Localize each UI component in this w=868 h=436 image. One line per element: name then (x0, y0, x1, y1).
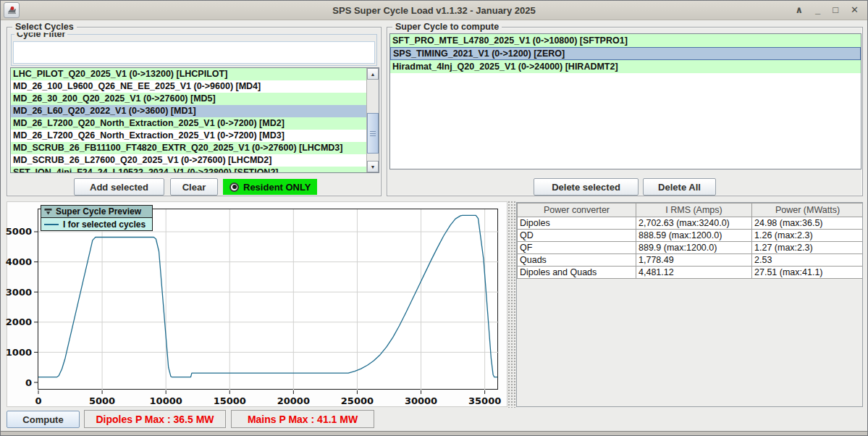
cycle-list-item[interactable]: MD_26_30_200_Q20_2025_V1 (0->27600) [MD5… (11, 93, 366, 105)
x-tick-label: 25000 (341, 395, 374, 406)
clear-button[interactable]: Clear (170, 178, 218, 196)
cycle-filter-group: Cycle Filter (11, 34, 377, 66)
column-header: Power converter (518, 204, 636, 217)
app-icon-glyph (7, 5, 17, 15)
y-tick-label: 5000 (6, 226, 32, 237)
table-cell: 2,702.63 (max:3240.0) (636, 217, 752, 230)
cycle-list-item[interactable]: MD_SCRUB_26_L27600_Q20_2025_V1 (0->27600… (11, 154, 366, 167)
maximize-button[interactable]: □ (833, 3, 838, 17)
add-selected-button[interactable]: Add selected (74, 178, 164, 196)
minimize-button[interactable]: _ (815, 3, 820, 17)
super-cycle-title: Super Cycle to compute (392, 22, 502, 33)
column-header: Power (MWatts) (752, 204, 864, 217)
cycle-list-item[interactable]: MD_26_L7200_Q20_North_Extraction_2025_V1… (11, 117, 366, 130)
table-cell: 1.26 (max:2.3) (752, 230, 864, 242)
cycle-list-item[interactable]: MD_26_100_L9600_Q26_NE_EE_2025_V1 (0->96… (11, 80, 366, 93)
table-cell: QF (518, 242, 636, 254)
series-line-icon (44, 224, 59, 225)
table-cell: 27.51 (max:41.1) (752, 267, 864, 279)
x-tick-label: 35000 (468, 395, 501, 406)
resident-only-toggle[interactable]: Resident ONLY (223, 179, 317, 195)
cycle-list: LHC_PILOT_Q20_2025_V1 (0->13200) [LHCPIL… (10, 67, 379, 173)
column-header: I RMS (Amps) (636, 204, 752, 217)
table-cell: 24.98 (max:36.5) (752, 217, 864, 230)
table-row: Quads1,778.492.53 (518, 254, 864, 267)
scroll-up-icon[interactable]: ▲ (367, 68, 379, 80)
y-tick-label: 4000 (6, 256, 32, 267)
window-controls: ∧_□✕ (795, 3, 867, 17)
table-cell: 2.53 (752, 254, 864, 267)
super-cycle-list: SFT_PRO_MTE_L4780_2025_V1 (0->10800) [SF… (389, 33, 861, 169)
cycle-list-item[interactable]: SFT_ION_4inj_F24_24_L10522_2024_V1 (0->2… (11, 167, 366, 173)
split-divider[interactable] (507, 201, 516, 408)
cycle-preview-plot[interactable]: 0500010000150002000025000300003500001000… (38, 209, 498, 390)
super-cycle-item[interactable]: Hiradmat_4Inj_Q20_2025_V1 (0->24000) [HI… (390, 60, 861, 73)
table-cell: 888.59 (max:1200.0) (636, 230, 752, 242)
table-cell: Quads (518, 254, 636, 267)
chart-legend: Super Cycle Preview I for selected cycle… (41, 205, 153, 231)
x-tick-label: 10000 (150, 395, 182, 406)
super-cycle-group: Super Cycle to compute SFT_PRO_MTE_L4780… (387, 27, 863, 196)
y-tick-label: 2000 (6, 316, 32, 327)
super-cycle-item[interactable]: SPS_TIMING_2021_V1 (0->1200) [ZERO] (390, 47, 861, 60)
scrollbar-thumb[interactable] (367, 113, 379, 154)
x-tick-label: 5000 (89, 395, 115, 406)
app-window: SPS Super Cycle Load v1.1.32 - January 2… (0, 0, 868, 436)
x-tick-label: 0 (35, 395, 41, 406)
legend-header: Super Cycle Preview (41, 206, 152, 218)
delete-selected-button[interactable]: Delete selected (534, 178, 639, 196)
legend-title: Super Cycle Preview (56, 206, 141, 217)
table-row: Dipoles and Quads4,481.1227.51 (max:41.1… (518, 267, 864, 279)
table-cell: QD (518, 230, 636, 242)
super-cycle-item[interactable]: SFT_PRO_MTE_L4780_2025_V1 (0->10800) [SF… (390, 34, 861, 47)
series-label: I for selected cycles (63, 219, 146, 230)
y-tick-label: 1000 (6, 347, 32, 358)
table-cell: 4,481.12 (636, 267, 752, 279)
chart-panel: Super Cycle Preview I for selected cycle… (7, 201, 507, 407)
radio-selected-icon (229, 183, 239, 192)
cycle-list-rows: LHC_PILOT_Q20_2025_V1 (0->13200) [LHCPIL… (11, 68, 366, 172)
table-row: QD888.59 (max:1200.0)1.26 (max:2.3) (518, 230, 864, 242)
shade-button[interactable]: ∧ (795, 3, 803, 17)
cycle-list-scrollbar[interactable]: ▲ ▼ (366, 68, 379, 172)
compute-button[interactable]: Compute (7, 411, 80, 428)
cycle-filter-input[interactable] (13, 41, 375, 64)
table-row: Dipoles2,702.63 (max:3240.0)24.98 (max:3… (518, 217, 864, 230)
power-table: Power converterI RMS (Amps)Power (MWatts… (517, 203, 863, 279)
cycle-list-item[interactable]: MD_SCRUB_26_FB11100_FT4820_EXTR_Q20_2025… (11, 142, 366, 154)
series-polyline (38, 215, 497, 377)
cycle-list-item[interactable]: MD_26_L60_Q20_2022_V1 (0->3600) [MD1] (11, 105, 366, 117)
chart-svg: 0500010000150002000025000300003500001000… (38, 209, 499, 390)
x-tick-label: 20000 (277, 395, 310, 406)
preview-icon (44, 208, 52, 216)
table-cell: Dipoles and Quads (518, 267, 636, 279)
x-tick-label: 30000 (405, 395, 437, 406)
scroll-down-icon[interactable]: ▼ (367, 161, 379, 172)
delete-all-button[interactable]: Delete All (643, 178, 716, 196)
table-cell: 889.9 (max:1200.0) (636, 242, 752, 254)
table-cell: 1.27 (max:2.3) (752, 242, 864, 254)
titlebar[interactable]: SPS Super Cycle Load v1.1.32 - January 2… (1, 1, 867, 20)
y-tick-label: 3000 (6, 287, 32, 298)
mains-pmax-label: Mains P Max : 41.1 MW (231, 410, 374, 428)
y-tick-label: 0 (25, 377, 32, 388)
table-cell: 1,778.49 (636, 254, 752, 267)
legend-item: I for selected cycles (41, 218, 152, 230)
super-cycle-list-rows: SFT_PRO_MTE_L4780_2025_V1 (0->10800) [SF… (390, 34, 861, 169)
window-title: SPS Super Cycle Load v1.1.32 - January 2… (1, 5, 867, 16)
cycle-list-item[interactable]: MD_26_L7200_Q26_North_Extraction_2025_V1… (11, 130, 366, 142)
app-icon[interactable] (4, 2, 20, 18)
select-cycles-group: Select Cycles Cycle Filter LHC_PILOT_Q20… (7, 27, 382, 196)
x-tick-label: 15000 (214, 395, 246, 406)
resident-only-label: Resident ONLY (243, 182, 311, 193)
table-header-row: Power converterI RMS (Amps)Power (MWatts… (518, 204, 864, 217)
power-table-panel: Power converterI RMS (Amps)Power (MWatts… (516, 202, 863, 407)
table-row: QF889.9 (max:1200.0)1.27 (max:2.3) (518, 242, 864, 254)
cycle-list-item[interactable]: LHC_PILOT_Q20_2025_V1 (0->13200) [LHCPIL… (11, 68, 366, 80)
table-cell: Dipoles (518, 217, 636, 230)
dipoles-pmax-label: Dipoles P Max : 36.5 MW (84, 410, 226, 428)
select-cycles-title: Select Cycles (12, 22, 77, 33)
close-button[interactable]: ✕ (851, 3, 859, 17)
window-bottom-edge (1, 431, 867, 435)
